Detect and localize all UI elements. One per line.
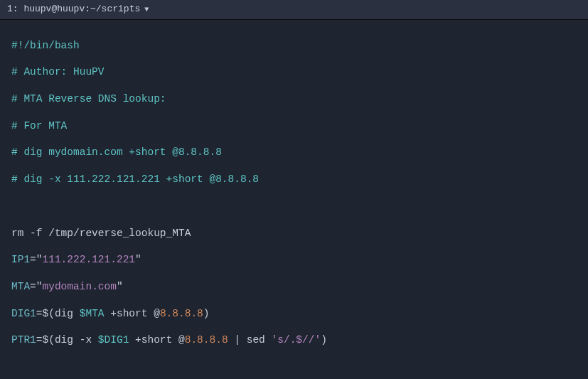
code-line: # MTA Reverse DNS lookup:: [11, 92, 577, 106]
code-line: [11, 200, 577, 213]
code-line: rm -f /tmp/reverse_lookup_MTA: [11, 227, 577, 240]
code-line: MTA="mydomain.com": [11, 280, 577, 294]
titlebar-label: 1: huupv@huupv:~/scripts: [7, 4, 140, 16]
terminal-titlebar[interactable]: 1: huupv@huupv:~/scripts ▼: [0, 0, 588, 20]
code-line: [11, 361, 577, 374]
code-editor[interactable]: #!/bin/bash # Author: HuuPV # MTA Revers…: [0, 20, 588, 379]
code-line: # For MTA: [11, 119, 577, 133]
code-line: IP1="111.222.121.221": [11, 253, 577, 267]
code-line: # Author: HuuPV: [11, 65, 577, 79]
code-line: # dig mydomain.com +short @8.8.8.8: [11, 146, 577, 159]
code-line: # dig -x 111.222.121.221 +short @8.8.8.8: [11, 173, 577, 186]
code-line: DIG1=$(dig $MTA +short @8.8.8.8): [11, 307, 577, 321]
dropdown-icon[interactable]: ▼: [144, 5, 149, 14]
code-line: PTR1=$(dig -x $DIG1 +short @8.8.8.8 | se…: [11, 333, 577, 347]
code-line: #!/bin/bash: [11, 39, 577, 53]
